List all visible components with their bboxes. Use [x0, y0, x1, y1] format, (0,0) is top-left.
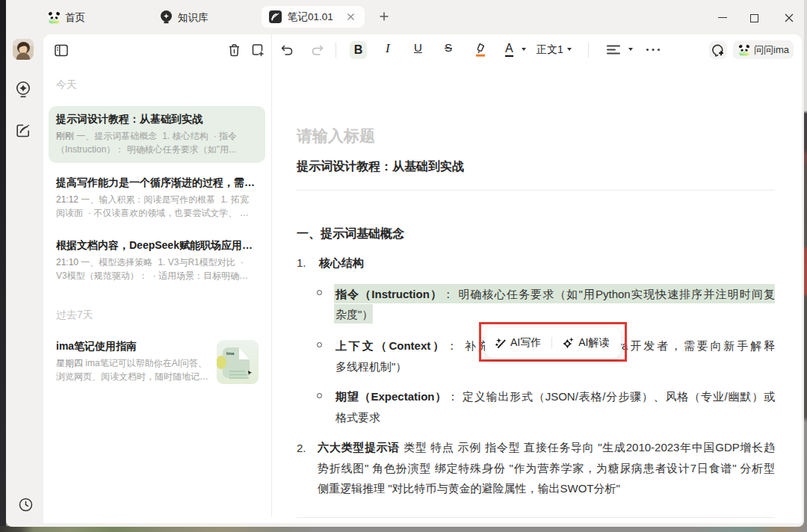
svg-text:Ima: Ima	[226, 351, 235, 356]
